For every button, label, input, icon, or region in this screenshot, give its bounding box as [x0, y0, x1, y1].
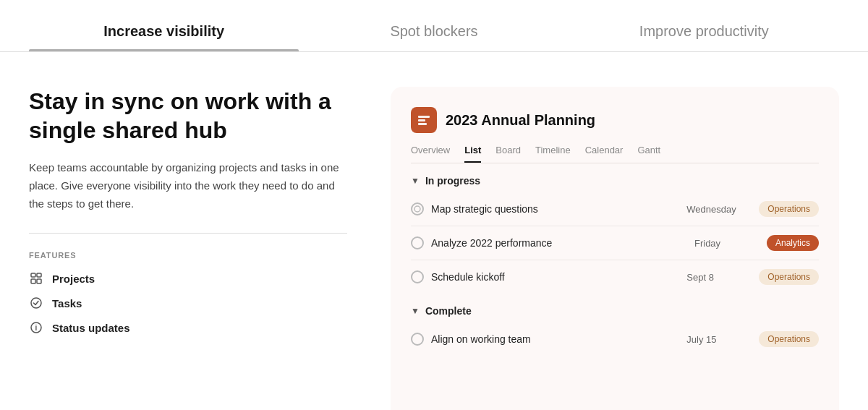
- view-tab-list[interactable]: List: [464, 145, 481, 163]
- task-name-3: Schedule kickoff: [431, 271, 679, 283]
- section-complete-header: ▼ Complete: [411, 294, 819, 323]
- task-date-2: Friday: [694, 238, 760, 249]
- right-panel: 2023 Annual Planning Overview List Board…: [391, 87, 839, 410]
- task-tag-2: Analytics: [767, 235, 819, 251]
- svg-rect-2: [31, 279, 35, 283]
- task-name-1: Map strategic questions: [431, 203, 679, 215]
- view-tab-gantt[interactable]: Gantt: [637, 145, 660, 163]
- view-tab-board[interactable]: Board: [495, 145, 521, 163]
- svg-rect-9: [418, 123, 427, 125]
- task-row-3: Schedule kickoff Sept 8 Operations: [411, 260, 819, 294]
- description: Keep teams accountable by organizing pro…: [29, 159, 347, 213]
- section-inprogress-header: ▼ In progress: [411, 163, 819, 192]
- divider: [29, 233, 347, 234]
- task-check-3: [411, 270, 424, 283]
- task-date-4: July 15: [686, 334, 752, 345]
- task-tag-1: Operations: [759, 201, 819, 217]
- tasks-icon: [29, 296, 43, 310]
- section-arrow-icon: ▼: [411, 176, 420, 186]
- feature-list: Projects Tasks i Status u: [29, 271, 347, 335]
- task-date-1: Wednesday: [686, 204, 752, 215]
- view-tabs: Overview List Board Timeline Calendar Ga…: [411, 145, 819, 163]
- task-tag-3: Operations: [759, 269, 819, 285]
- feature-tasks-label: Tasks: [52, 297, 82, 309]
- features-label: FEATURES: [29, 251, 347, 260]
- tab-visibility[interactable]: Increase visibility: [29, 23, 299, 51]
- projects-icon: [29, 271, 43, 286]
- svg-rect-7: [418, 116, 430, 118]
- task-check-2: [411, 236, 424, 249]
- section-inprogress: ▼ In progress Map strategic questions We…: [411, 163, 819, 294]
- feature-projects-label: Projects: [52, 273, 95, 285]
- task-check-4: [411, 333, 424, 346]
- project-header: 2023 Annual Planning: [411, 107, 819, 133]
- tab-productivity[interactable]: Improve productivity: [569, 23, 839, 51]
- task-row-4: Align on working team July 15 Operations: [411, 323, 819, 356]
- section-inprogress-title: In progress: [425, 175, 480, 187]
- feature-status: i Status updates: [29, 320, 347, 335]
- project-title: 2023 Annual Planning: [446, 112, 595, 129]
- svg-point-10: [414, 206, 420, 212]
- task-name-4: Align on working team: [431, 333, 679, 345]
- svg-point-4: [31, 298, 41, 308]
- view-tab-overview[interactable]: Overview: [411, 145, 450, 163]
- section-complete: ▼ Complete Align on working team July 15…: [411, 294, 819, 356]
- task-row-1: Map strategic questions Wednesday Operat…: [411, 192, 819, 226]
- feature-status-label: Status updates: [52, 322, 130, 334]
- view-tab-timeline[interactable]: Timeline: [535, 145, 571, 163]
- project-icon: [411, 107, 437, 133]
- feature-tasks: Tasks: [29, 296, 347, 310]
- svg-rect-1: [37, 273, 41, 277]
- tabs-bar: Increase visibility Spot blockers Improv…: [0, 0, 868, 52]
- section-complete-title: Complete: [425, 305, 472, 317]
- svg-rect-8: [418, 119, 425, 121]
- tab-blockers[interactable]: Spot blockers: [299, 23, 569, 51]
- feature-projects: Projects: [29, 271, 347, 286]
- task-tag-4: Operations: [759, 331, 819, 347]
- headline: Stay in sync on work with a single share…: [29, 87, 347, 145]
- task-date-3: Sept 8: [686, 272, 752, 283]
- main-content: Stay in sync on work with a single share…: [0, 52, 868, 410]
- section-arrow-2-icon: ▼: [411, 306, 420, 316]
- svg-rect-3: [37, 279, 41, 283]
- task-name-2: Analyze 2022 performance: [431, 237, 687, 249]
- svg-text:i: i: [35, 324, 38, 332]
- task-check-1: [411, 202, 424, 215]
- left-panel: Stay in sync on work with a single share…: [29, 87, 347, 410]
- task-row-2: Analyze 2022 performance Friday Analytic…: [411, 226, 819, 260]
- status-icon: i: [29, 320, 43, 335]
- view-tab-calendar[interactable]: Calendar: [585, 145, 624, 163]
- svg-rect-0: [31, 273, 35, 277]
